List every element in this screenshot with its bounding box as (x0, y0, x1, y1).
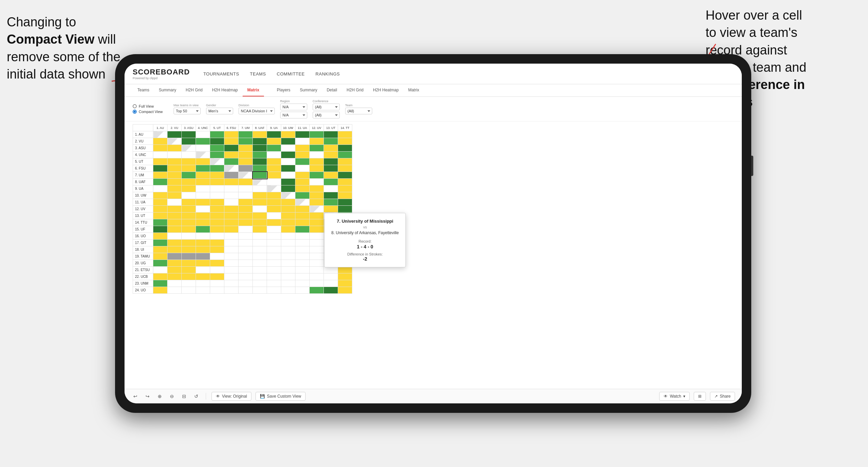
tab-players[interactable]: Players (272, 84, 295, 96)
cell-8-11[interactable] (295, 179, 310, 185)
cell-7-14[interactable] (338, 172, 352, 179)
cell-1-13[interactable] (324, 131, 338, 138)
cell-1-10[interactable] (281, 131, 295, 138)
cell-11-7[interactable] (239, 199, 253, 206)
cell-6-2[interactable] (168, 165, 182, 172)
cell-17-8[interactable] (253, 240, 267, 246)
cell-24-6[interactable] (224, 287, 239, 294)
cell-1-14[interactable] (338, 131, 352, 138)
cell-23-7[interactable] (239, 280, 253, 287)
cell-20-12[interactable] (310, 260, 324, 267)
cell-17-3[interactable] (182, 240, 196, 246)
save-custom-view-button[interactable]: 💾 Save Custom View (255, 392, 306, 401)
cell-19-5[interactable] (210, 253, 224, 260)
cell-5-5[interactable] (210, 158, 224, 165)
cell-1-11[interactable] (295, 131, 310, 138)
cell-22-3[interactable] (182, 273, 196, 280)
cell-17-11[interactable] (295, 240, 310, 246)
filter-max-teams-select[interactable]: Top 50 (174, 108, 201, 114)
cell-6-3[interactable] (182, 165, 196, 172)
cell-3-7[interactable] (239, 145, 253, 152)
cell-21-12[interactable] (310, 267, 324, 273)
filter-region-select1[interactable]: N/A (280, 104, 307, 110)
cell-14-2[interactable] (168, 219, 182, 226)
cell-12-6[interactable] (224, 206, 239, 213)
cell-4-3[interactable] (182, 152, 196, 158)
cell-8-5[interactable] (210, 179, 224, 185)
cell-7-2[interactable] (168, 172, 182, 179)
cell-9-5[interactable] (210, 185, 224, 192)
cell-20-5[interactable] (210, 260, 224, 267)
cell-12-14[interactable] (338, 206, 352, 213)
cell-9-7[interactable] (239, 185, 253, 192)
cell-9-3[interactable] (182, 185, 196, 192)
filter-gender-select[interactable]: Men's (206, 108, 233, 114)
cell-15-4[interactable] (196, 226, 210, 233)
cell-15-7[interactable] (239, 226, 253, 233)
cell-10-4[interactable] (196, 192, 210, 199)
cell-15-3[interactable] (182, 226, 196, 233)
cell-4-9[interactable] (267, 152, 281, 158)
cell-22-11[interactable] (295, 273, 310, 280)
nav-tournaments[interactable]: TOURNAMENTS (203, 71, 239, 76)
cell-10-11[interactable] (295, 192, 310, 199)
cell-21-11[interactable] (295, 267, 310, 273)
cell-13-6[interactable] (224, 213, 239, 219)
cell-19-6[interactable] (224, 253, 239, 260)
cell-24-1[interactable] (153, 287, 168, 294)
cell-2-14[interactable] (338, 138, 352, 145)
cell-2-3[interactable] (182, 138, 196, 145)
cell-7-11[interactable] (295, 172, 310, 179)
cell-2-7[interactable] (239, 138, 253, 145)
cell-2-10[interactable] (281, 138, 295, 145)
cell-23-3[interactable] (182, 280, 196, 287)
cell-17-2[interactable] (168, 240, 182, 246)
cell-23-2[interactable] (168, 280, 182, 287)
cell-10-2[interactable] (168, 192, 182, 199)
cell-4-14[interactable] (338, 152, 352, 158)
cell-5-8[interactable] (253, 158, 267, 165)
cell-6-9[interactable] (267, 165, 281, 172)
cell-24-3[interactable] (182, 287, 196, 294)
cell-11-13[interactable] (324, 199, 338, 206)
cell-15-1[interactable] (153, 226, 168, 233)
cell-11-4[interactable] (196, 199, 210, 206)
cell-11-2[interactable] (168, 199, 182, 206)
cell-18-4[interactable] (196, 246, 210, 253)
cell-2-2[interactable] (168, 138, 182, 145)
cell-2-11[interactable] (295, 138, 310, 145)
cell-16-1[interactable] (153, 233, 168, 240)
cell-13-4[interactable] (196, 213, 210, 219)
cell-4-10[interactable] (281, 152, 295, 158)
cell-18-1[interactable] (153, 246, 168, 253)
cell-16-8[interactable] (253, 233, 267, 240)
cell-13-1[interactable] (153, 213, 168, 219)
cell-5-12[interactable] (310, 158, 324, 165)
cell-5-7[interactable] (239, 158, 253, 165)
cell-24-12[interactable] (310, 287, 324, 294)
cell-24-14[interactable] (338, 287, 352, 294)
cell-16-9[interactable] (267, 233, 281, 240)
cell-10-6[interactable] (224, 192, 239, 199)
cell-4-5[interactable] (210, 152, 224, 158)
cell-11-11[interactable] (295, 199, 310, 206)
matrix-container[interactable]: 1. AU 2. VU 3. ASU 4. UNC 5. UT 6. FSU 7… (125, 121, 742, 389)
cell-4-1[interactable] (153, 152, 168, 158)
cell-2-6[interactable] (224, 138, 239, 145)
cell-11-5[interactable] (210, 199, 224, 206)
cell-11-14[interactable] (338, 199, 352, 206)
cell-8-10[interactable] (281, 179, 295, 185)
tool-6[interactable]: ↺ (192, 392, 200, 400)
filter-conference-select1[interactable]: (All) (313, 104, 340, 110)
cell-19-8[interactable] (253, 253, 267, 260)
tool-4[interactable]: ⊖ (168, 392, 176, 400)
cell-9-6[interactable] (224, 185, 239, 192)
cell-23-11[interactable] (295, 280, 310, 287)
cell-7-8[interactable] (253, 172, 267, 179)
cell-8-2[interactable] (168, 179, 182, 185)
cell-10-14[interactable] (338, 192, 352, 199)
cell-1-9[interactable] (267, 131, 281, 138)
cell-8-3[interactable] (182, 179, 196, 185)
cell-12-8[interactable] (253, 206, 267, 213)
cell-6-14[interactable] (338, 165, 352, 172)
